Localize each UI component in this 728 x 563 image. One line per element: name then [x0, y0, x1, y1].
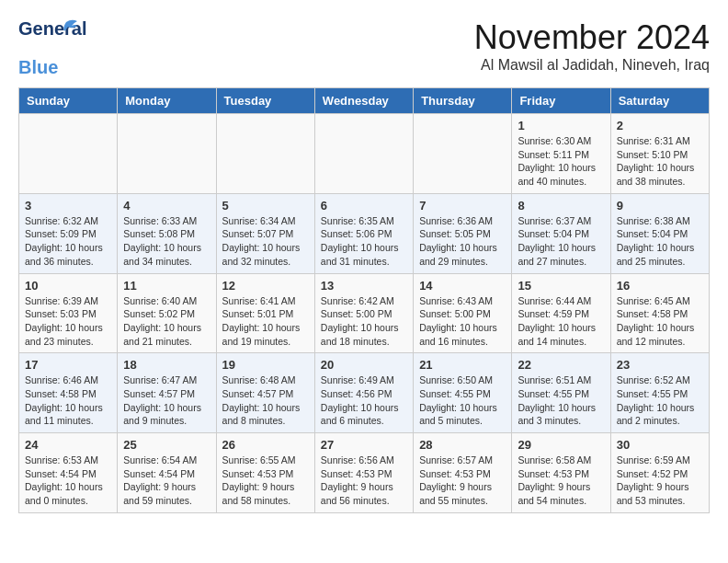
- day-cell: 1Sunrise: 6:30 AM Sunset: 5:11 PM Daylig…: [512, 114, 610, 194]
- day-number: 9: [617, 199, 703, 213]
- day-number: 23: [617, 358, 703, 372]
- day-info: Sunrise: 6:54 AM Sunset: 4:54 PM Dayligh…: [123, 454, 210, 508]
- day-info: Sunrise: 6:47 AM Sunset: 4:57 PM Dayligh…: [123, 373, 210, 428]
- day-number: 15: [518, 279, 604, 293]
- day-cell: 18Sunrise: 6:47 AM Sunset: 4:57 PM Dayli…: [118, 353, 216, 433]
- day-cell: 30Sunrise: 6:59 AM Sunset: 4:52 PM Dayli…: [610, 433, 709, 513]
- day-cell: 22Sunrise: 6:51 AM Sunset: 4:55 PM Dayli…: [512, 353, 610, 433]
- month-title: November 2024: [474, 18, 710, 57]
- day-cell: 8Sunrise: 6:37 AM Sunset: 5:04 PM Daylig…: [512, 193, 610, 273]
- day-cell: 11Sunrise: 6:40 AM Sunset: 5:02 PM Dayli…: [118, 273, 216, 353]
- day-info: Sunrise: 6:56 AM Sunset: 4:53 PM Dayligh…: [321, 454, 407, 508]
- day-info: Sunrise: 6:38 AM Sunset: 5:04 PM Dayligh…: [617, 214, 703, 269]
- day-info: Sunrise: 6:50 AM Sunset: 4:55 PM Dayligh…: [419, 373, 506, 428]
- day-cell: 19Sunrise: 6:48 AM Sunset: 4:57 PM Dayli…: [216, 353, 314, 433]
- day-info: Sunrise: 6:32 AM Sunset: 5:09 PM Dayligh…: [25, 214, 111, 269]
- day-info: Sunrise: 6:40 AM Sunset: 5:02 PM Dayligh…: [123, 294, 210, 349]
- day-cell: 16Sunrise: 6:45 AM Sunset: 4:58 PM Dayli…: [610, 273, 709, 353]
- day-info: Sunrise: 6:52 AM Sunset: 4:55 PM Dayligh…: [617, 373, 703, 428]
- day-info: Sunrise: 6:48 AM Sunset: 4:57 PM Dayligh…: [222, 373, 309, 428]
- day-cell: [414, 114, 512, 194]
- day-number: 2: [617, 119, 703, 132]
- day-number: 12: [222, 279, 309, 293]
- day-cell: 6Sunrise: 6:35 AM Sunset: 5:06 PM Daylig…: [314, 193, 413, 273]
- day-info: Sunrise: 6:42 AM Sunset: 5:00 PM Dayligh…: [321, 294, 407, 349]
- header-friday: Friday: [512, 88, 610, 114]
- day-cell: 12Sunrise: 6:41 AM Sunset: 5:01 PM Dayli…: [216, 273, 314, 353]
- day-info: Sunrise: 6:39 AM Sunset: 5:03 PM Dayligh…: [25, 294, 111, 349]
- header-saturday: Saturday: [610, 88, 709, 114]
- day-cell: 13Sunrise: 6:42 AM Sunset: 5:00 PM Dayli…: [314, 273, 413, 353]
- logo-blue: Blue: [18, 57, 58, 78]
- day-cell: [19, 114, 118, 194]
- day-number: 14: [419, 279, 506, 293]
- day-cell: 15Sunrise: 6:44 AM Sunset: 4:59 PM Dayli…: [512, 273, 610, 353]
- day-info: Sunrise: 6:49 AM Sunset: 4:56 PM Dayligh…: [321, 373, 407, 428]
- header-monday: Monday: [118, 88, 216, 114]
- day-number: 28: [419, 438, 506, 452]
- day-cell: 5Sunrise: 6:34 AM Sunset: 5:07 PM Daylig…: [216, 193, 314, 273]
- day-info: Sunrise: 6:30 AM Sunset: 5:11 PM Dayligh…: [518, 134, 604, 189]
- header-sunday: Sunday: [19, 88, 118, 114]
- day-cell: 7Sunrise: 6:36 AM Sunset: 5:05 PM Daylig…: [414, 193, 512, 273]
- title-block: November 2024 Al Mawsil al Jadidah, Nine…: [474, 18, 710, 74]
- day-info: Sunrise: 6:37 AM Sunset: 5:04 PM Dayligh…: [518, 214, 604, 269]
- day-number: 17: [25, 358, 111, 372]
- day-cell: [216, 114, 314, 194]
- week-row-5: 24Sunrise: 6:53 AM Sunset: 4:54 PM Dayli…: [19, 433, 710, 513]
- day-cell: 28Sunrise: 6:57 AM Sunset: 4:53 PM Dayli…: [414, 433, 512, 513]
- day-info: Sunrise: 6:59 AM Sunset: 4:52 PM Dayligh…: [617, 454, 703, 508]
- day-number: 29: [518, 438, 604, 452]
- day-number: 6: [321, 199, 407, 213]
- day-number: 30: [617, 438, 703, 452]
- logo: General Blue: [18, 18, 63, 78]
- day-info: Sunrise: 6:36 AM Sunset: 5:05 PM Dayligh…: [419, 214, 506, 269]
- day-number: 25: [123, 438, 210, 452]
- day-info: Sunrise: 6:33 AM Sunset: 5:08 PM Dayligh…: [123, 214, 210, 269]
- day-number: 19: [222, 358, 309, 372]
- day-info: Sunrise: 6:44 AM Sunset: 4:59 PM Dayligh…: [518, 294, 604, 349]
- day-number: 21: [419, 358, 506, 372]
- day-info: Sunrise: 6:35 AM Sunset: 5:06 PM Dayligh…: [321, 214, 407, 269]
- day-number: 24: [25, 438, 111, 452]
- header-wednesday: Wednesday: [314, 88, 413, 114]
- day-cell: 27Sunrise: 6:56 AM Sunset: 4:53 PM Dayli…: [314, 433, 413, 513]
- calendar-table: SundayMondayTuesdayWednesdayThursdayFrid…: [18, 87, 710, 513]
- location-title: Al Mawsil al Jadidah, Nineveh, Iraq: [474, 57, 710, 74]
- day-cell: 26Sunrise: 6:55 AM Sunset: 4:53 PM Dayli…: [216, 433, 314, 513]
- page-header: General Blue November 2024 Al Mawsil al …: [18, 18, 710, 78]
- day-cell: [118, 114, 216, 194]
- header-tuesday: Tuesday: [216, 88, 314, 114]
- day-number: 5: [222, 199, 309, 213]
- day-cell: 23Sunrise: 6:52 AM Sunset: 4:55 PM Dayli…: [610, 353, 709, 433]
- header-thursday: Thursday: [414, 88, 512, 114]
- day-number: 8: [518, 199, 604, 213]
- day-info: Sunrise: 6:58 AM Sunset: 4:53 PM Dayligh…: [518, 454, 604, 508]
- day-cell: 3Sunrise: 6:32 AM Sunset: 5:09 PM Daylig…: [19, 193, 118, 273]
- day-number: 18: [123, 358, 210, 372]
- header-row: SundayMondayTuesdayWednesdayThursdayFrid…: [19, 88, 710, 114]
- week-row-1: 1Sunrise: 6:30 AM Sunset: 5:11 PM Daylig…: [19, 114, 710, 194]
- day-number: 10: [25, 279, 111, 293]
- day-cell: 24Sunrise: 6:53 AM Sunset: 4:54 PM Dayli…: [19, 433, 118, 513]
- day-number: 4: [123, 199, 210, 213]
- day-info: Sunrise: 6:46 AM Sunset: 4:58 PM Dayligh…: [25, 373, 111, 428]
- day-cell: 20Sunrise: 6:49 AM Sunset: 4:56 PM Dayli…: [314, 353, 413, 433]
- day-cell: 10Sunrise: 6:39 AM Sunset: 5:03 PM Dayli…: [19, 273, 118, 353]
- day-number: 1: [518, 119, 604, 132]
- day-cell: 2Sunrise: 6:31 AM Sunset: 5:10 PM Daylig…: [610, 114, 709, 194]
- week-row-4: 17Sunrise: 6:46 AM Sunset: 4:58 PM Dayli…: [19, 353, 710, 433]
- day-number: 13: [321, 279, 407, 293]
- day-number: 3: [25, 199, 111, 213]
- day-number: 22: [518, 358, 604, 372]
- day-cell: 29Sunrise: 6:58 AM Sunset: 4:53 PM Dayli…: [512, 433, 610, 513]
- day-info: Sunrise: 6:55 AM Sunset: 4:53 PM Dayligh…: [222, 454, 309, 508]
- day-number: 26: [222, 438, 309, 452]
- day-cell: 4Sunrise: 6:33 AM Sunset: 5:08 PM Daylig…: [118, 193, 216, 273]
- logo-bird-icon: [59, 17, 79, 37]
- day-info: Sunrise: 6:31 AM Sunset: 5:10 PM Dayligh…: [617, 134, 703, 189]
- day-cell: [314, 114, 413, 194]
- day-info: Sunrise: 6:45 AM Sunset: 4:58 PM Dayligh…: [617, 294, 703, 349]
- day-number: 16: [617, 279, 703, 293]
- day-number: 11: [123, 279, 210, 293]
